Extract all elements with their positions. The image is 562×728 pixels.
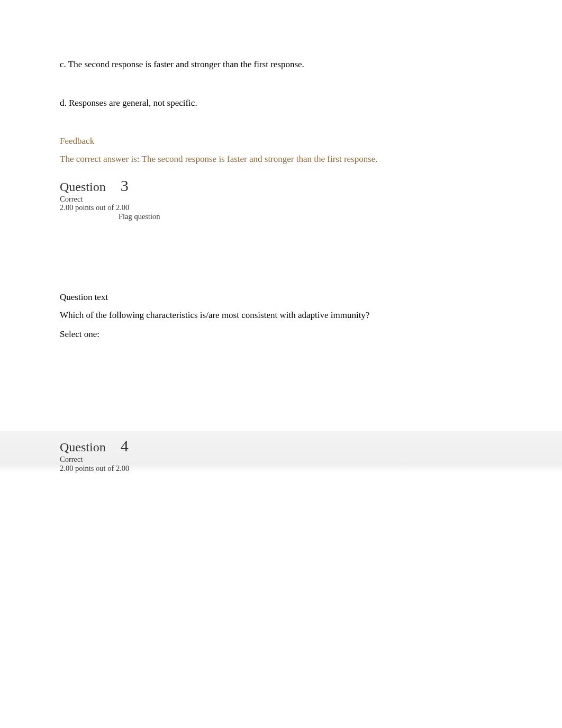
question-label: Question <box>60 440 106 454</box>
feedback-heading: Feedback <box>60 110 502 147</box>
question-3-status: Correct <box>60 195 502 204</box>
answer-option-c: c. The second response is faster and str… <box>60 0 502 71</box>
question-label: Question <box>60 180 106 194</box>
question-4-block: Question 4 Correct 2.00 points out of 2.… <box>0 431 562 472</box>
question-3-prompt: Which of the following characteristics i… <box>60 303 502 321</box>
question-3-points: 2.00 points out of 2.00 <box>60 203 502 212</box>
question-text-heading: Question text <box>60 221 502 303</box>
flag-question-link[interactable]: Flag question <box>60 212 502 221</box>
question-4-points: 2.00 points out of 2.00 <box>60 464 502 473</box>
question-number: 3 <box>121 177 129 195</box>
question-3-header: Question 3 <box>60 165 502 195</box>
option-letter: c. <box>60 59 66 69</box>
option-text: The second response is faster and strong… <box>68 59 304 69</box>
option-text: Responses are general, not specific. <box>69 98 197 108</box>
select-one-label: Select one: <box>60 321 502 340</box>
question-number: 4 <box>121 437 129 455</box>
question-4-header: Question 4 <box>60 437 502 455</box>
answer-option-d: d. Responses are general, not specific. <box>60 71 502 110</box>
question-4-status: Correct <box>60 455 502 464</box>
feedback-answer: The correct answer is: The second respon… <box>60 147 502 165</box>
option-letter: d. <box>60 98 67 108</box>
